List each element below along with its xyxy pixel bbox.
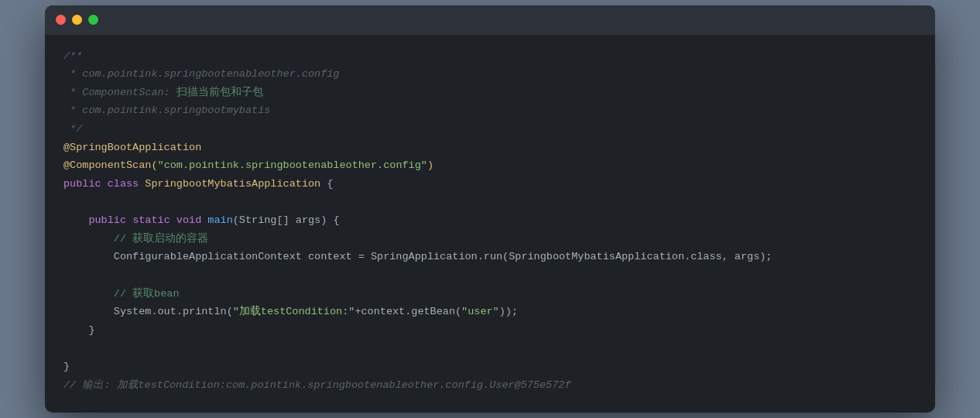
code-line: // 获取启动的容器 (63, 230, 917, 248)
code-line: System.out.println("加载testCondition:"+co… (63, 303, 917, 321)
code-line: public class SpringbootMybatisApplicatio… (63, 175, 917, 194)
code-line: * ComponentScan: 扫描当前包和子包 (63, 84, 917, 102)
code-line: public static void main(String[] args) { (63, 211, 917, 230)
code-editor: /** * com.pointink.springbootenableother… (45, 35, 935, 413)
code-line: /** (63, 47, 917, 66)
code-line: */ (63, 120, 917, 139)
titlebar (45, 5, 935, 35)
code-line: @SpringBootApplication (63, 139, 917, 157)
code-line (63, 266, 917, 285)
close-button[interactable] (56, 15, 66, 25)
code-line: * com.pointink.springbootmybatis (63, 101, 917, 120)
code-line: } (63, 321, 917, 340)
code-window: /** * com.pointink.springbootenableother… (45, 5, 935, 413)
maximize-button[interactable] (88, 15, 98, 25)
minimize-button[interactable] (72, 15, 82, 25)
code-line-output: // 输出: 加载testCondition:com.pointink.spri… (63, 376, 917, 395)
code-line: ConfigurableApplicationContext context =… (63, 248, 917, 266)
code-line: // 获取bean (63, 285, 917, 303)
code-line: @ComponentScan("com.pointink.springboote… (63, 156, 917, 175)
code-line (63, 194, 917, 212)
code-line (63, 340, 917, 358)
code-line: * com.pointink.springbootenableother.con… (63, 65, 917, 84)
code-line: } (63, 358, 917, 376)
